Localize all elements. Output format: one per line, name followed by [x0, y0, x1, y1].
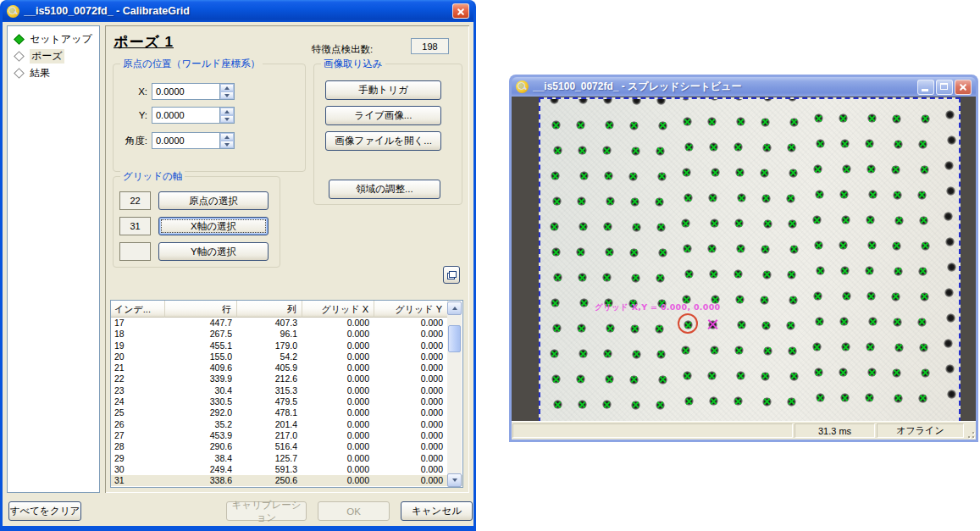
table-cell: 30.4	[165, 385, 237, 396]
table-row[interactable]: 28290.6516.40.0000.000	[111, 441, 462, 452]
feature-mark-icon	[684, 142, 694, 152]
close-button[interactable]	[452, 3, 469, 19]
numeric-input[interactable]: 0.0000	[152, 132, 235, 149]
capture-button[interactable]: 画像ファイルを開く...	[325, 131, 441, 151]
table-row[interactable]: 20155.054.20.0000.000	[111, 351, 462, 362]
grid-dot	[761, 372, 770, 381]
table-row[interactable]: 2330.4315.30.0000.000	[111, 385, 462, 396]
feature-mark-icon	[579, 349, 588, 358]
clear-all-button[interactable]: すべてをクリア	[8, 501, 81, 521]
grid-dot	[761, 321, 771, 330]
status-bar: 31.3 ms オフライン	[512, 421, 976, 440]
title-bar[interactable]: __is5100_0072fd_ - CalibrateGrid	[3, 0, 473, 22]
feature-mark-icon	[658, 121, 667, 130]
table-cell: 0.000	[302, 441, 374, 452]
feature-mark-icon	[734, 142, 743, 152]
scrollbar-thumb[interactable]	[448, 325, 461, 352]
table-row[interactable]: 25292.0478.10.0000.000	[111, 407, 462, 418]
feature-mark-icon	[606, 324, 615, 333]
table-row[interactable]: 30249.4591.30.0000.000	[111, 464, 462, 475]
table-cell: 38.4	[165, 453, 237, 464]
table-cell: 0.000	[302, 407, 374, 418]
spin-up-button[interactable]	[220, 133, 234, 141]
calibrate-button[interactable]: キャリブレーション	[226, 501, 307, 521]
table-row[interactable]: 24330.5479.50.0000.000	[111, 396, 462, 407]
sidebar-item[interactable]: ポーズ	[8, 47, 99, 64]
axis-row: 31X軸の選択	[114, 217, 269, 235]
table-row[interactable]: 27453.9217.00.0000.000	[111, 430, 462, 441]
table-row[interactable]: 2635.2201.40.0000.000	[111, 419, 462, 430]
capture-button[interactable]: ライブ画像...	[325, 106, 441, 125]
axis-select-button[interactable]: Y軸の選択	[158, 242, 269, 261]
axis-select-button[interactable]: 原点の選択	[158, 191, 269, 210]
grid-dot	[944, 288, 954, 297]
sidebar-item[interactable]: セットアップ	[8, 30, 99, 47]
table-row[interactable]: 19455.1179.00.0000.000	[111, 340, 462, 351]
cancel-button[interactable]: キャンセル	[401, 501, 473, 521]
grid-dot	[842, 291, 851, 301]
axis-count-field[interactable]	[119, 242, 151, 261]
axis-count-field[interactable]: 31	[119, 217, 151, 235]
spin-down-button[interactable]	[220, 115, 234, 123]
table-scrollbar[interactable]	[447, 301, 462, 487]
numeric-value: 0.0000	[152, 108, 219, 123]
minimize-button[interactable]	[917, 80, 934, 95]
arrow-down-icon	[452, 478, 457, 482]
spinner-buttons[interactable]	[219, 84, 234, 99]
column-header[interactable]: インデ...	[111, 301, 165, 318]
adjust-region-button[interactable]: 領域の調整...	[329, 180, 440, 199]
spinner-buttons[interactable]	[219, 108, 234, 123]
table-cell: 0.000	[302, 329, 374, 340]
calibration-grid-image[interactable]: グリッド X,Y = 0.000, 0.000	[539, 97, 961, 421]
table-row[interactable]: 2938.4125.70.0000.000	[111, 453, 462, 464]
scroll-down-button[interactable]	[447, 473, 462, 487]
table-cell: 35.2	[165, 419, 237, 430]
sidebar-item[interactable]: 結果	[8, 64, 99, 81]
app-icon	[516, 80, 529, 93]
table-row[interactable]: 31338.6250.60.0000.000	[111, 475, 462, 486]
numeric-input[interactable]: 0.0000	[152, 83, 235, 100]
copy-table-button[interactable]	[443, 266, 460, 284]
column-header[interactable]: 列	[237, 301, 302, 318]
feature-mark-icon	[762, 143, 772, 152]
setup-steps-list[interactable]: セットアップポーズ結果	[7, 25, 100, 493]
resize-grip[interactable]	[965, 422, 976, 440]
table-row[interactable]: 22339.9212.60.0000.000	[111, 373, 462, 384]
table-row[interactable]: 18267.596.10.0000.000	[111, 329, 462, 340]
arrow-down-icon	[224, 118, 230, 121]
grid-dot	[840, 266, 850, 275]
ok-button[interactable]: OK	[318, 501, 390, 521]
numeric-input[interactable]: 0.0000	[152, 107, 235, 124]
scroll-up-button[interactable]	[447, 301, 462, 315]
feature-mark-icon	[605, 120, 614, 130]
close-button[interactable]	[955, 80, 972, 95]
table-cell: 516.4	[237, 441, 302, 452]
sidebar-list: セットアップポーズ結果	[8, 30, 99, 81]
feature-mark-icon	[763, 346, 772, 356]
grid-dot	[815, 190, 824, 199]
grid-dot	[945, 237, 955, 246]
grid-dot	[603, 97, 612, 104]
spin-down-button[interactable]	[220, 141, 234, 148]
spin-down-button[interactable]	[220, 91, 234, 99]
spin-up-button[interactable]	[220, 108, 234, 115]
feature-mark-icon	[577, 324, 586, 333]
maximize-button[interactable]	[936, 80, 953, 95]
axis-select-button[interactable]: X軸の選択	[158, 217, 269, 235]
table-row[interactable]: 17447.7407.30.0000.000	[111, 318, 462, 329]
column-header[interactable]: グリッド Y	[374, 301, 448, 318]
spin-up-button[interactable]	[220, 84, 234, 91]
grid-dot	[629, 121, 639, 130]
spinner-buttons[interactable]	[219, 133, 234, 148]
title-bar[interactable]: __is5100_0072fd_ - スプレッドシートビュー	[512, 77, 976, 97]
grid-dot	[707, 371, 717, 380]
column-header[interactable]: 行	[165, 301, 237, 318]
axis-count-field[interactable]: 22	[119, 191, 151, 210]
table-row[interactable]: 21409.6405.90.0000.000	[111, 362, 462, 373]
column-header[interactable]: グリッド X	[302, 301, 374, 318]
grid-dot	[867, 241, 877, 250]
capture-button[interactable]: 手動トリガ	[325, 80, 441, 100]
table-cell: 0.000	[374, 340, 448, 351]
grid-dot	[734, 346, 744, 355]
feature-count-label: 特徴点検出数:	[312, 43, 373, 56]
